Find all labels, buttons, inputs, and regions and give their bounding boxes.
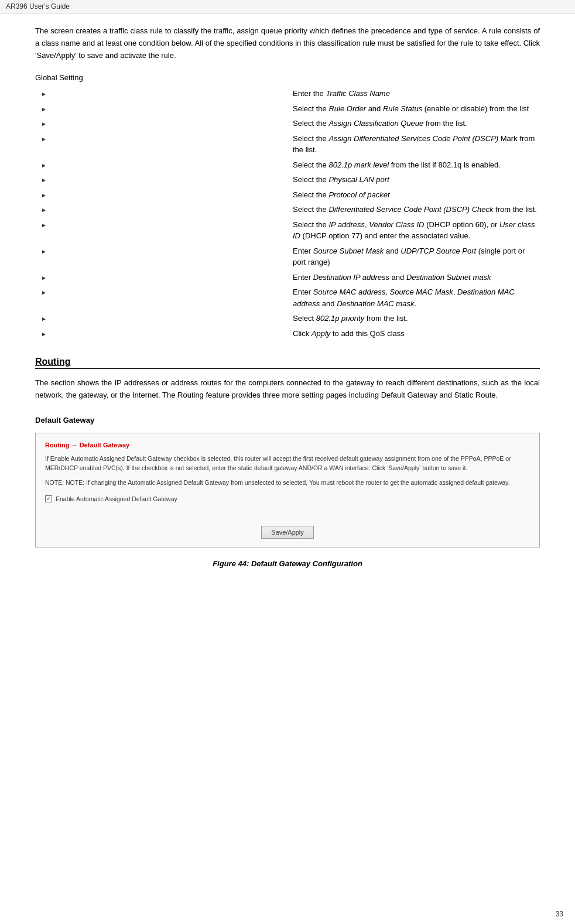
routing-description: The section shows the IP addresses or ad… xyxy=(35,377,540,402)
list-item-text: Select the IP address, Vendor Class ID (… xyxy=(293,219,540,242)
checkbox-visual[interactable]: ✓ xyxy=(45,495,52,502)
page-header: AR396 User's Guide xyxy=(0,0,575,13)
bullet-arrow: ► xyxy=(41,176,288,184)
list-item: ► Select the Assign Differentiated Servi… xyxy=(41,133,540,156)
screenshot-title: Routing → Default Gateway xyxy=(45,442,530,449)
list-item-italic: Rule Status xyxy=(383,104,422,113)
bullet-arrow: ► xyxy=(41,206,288,214)
list-item-text: Select the 802.1p mark level from the li… xyxy=(293,159,540,171)
bullet-arrow: ► xyxy=(41,105,288,114)
list-item-italic: Destination Subnet mask xyxy=(406,273,491,282)
bullet-arrow: ► xyxy=(41,288,288,297)
list-item-italic: Rule Order xyxy=(328,104,366,113)
list-item-italic: Source MAC address xyxy=(313,288,386,296)
list-item: ► Enter Destination IP address and Desti… xyxy=(41,272,540,283)
list-item-italic: Assign Differentiated Services Code Poin… xyxy=(328,134,498,143)
bullet-arrow: ► xyxy=(41,161,288,170)
list-item-text: Select 802.1p priority from the list. xyxy=(293,313,540,324)
screenshot-note-text: NOTE: NOTE: If changing the Automatic As… xyxy=(45,478,530,487)
list-item-italic: UDP/TCP Source Port xyxy=(401,247,476,255)
list-item-italic: Physical LAN port xyxy=(328,175,389,184)
note-prefix: NOTE: xyxy=(45,479,66,486)
checkbox-row: ✓ Enable Automatic Assigned Default Gate… xyxy=(45,495,530,502)
list-item-text: Select the Differentiated Service Code P… xyxy=(293,204,540,215)
list-item: ► Select the Physical LAN port xyxy=(41,174,540,186)
bullet-arrow: ► xyxy=(41,273,288,282)
list-item: ► Enter Source MAC address, Source MAC M… xyxy=(41,286,540,309)
header-title: AR396 User's Guide xyxy=(6,2,70,11)
list-item: ► Select the Assign Classification Queue… xyxy=(41,118,540,129)
bullet-arrow: ► xyxy=(41,221,288,230)
bullet-arrow: ► xyxy=(41,330,288,338)
list-item-italic: IP address xyxy=(328,220,365,229)
default-gateway-heading: Default Gateway xyxy=(35,416,540,425)
list-item-text: Select the Protocol of packet xyxy=(293,189,540,201)
note-content: NOTE: If changing the Automatic Assigned… xyxy=(66,479,510,486)
list-item-text: Enter Source Subnet Mask and UDP/TCP Sou… xyxy=(293,245,540,268)
list-item: ► Select 802.1p priority from the list. xyxy=(41,313,540,324)
bullet-arrow: ► xyxy=(41,314,288,323)
list-item-text: Click Apply to add this QoS class xyxy=(293,328,540,340)
list-item-italic: 802.1p priority xyxy=(316,314,364,323)
list-item-text: Enter Destination IP address and Destina… xyxy=(293,272,540,283)
save-apply-button[interactable]: Save/Apply xyxy=(261,526,314,539)
list-item: ► Select the Rule Order and Rule Status … xyxy=(41,103,540,115)
list-item-italic: Vendor Class ID xyxy=(369,220,424,229)
list-item-italic: Assign Classification Queue xyxy=(328,119,423,128)
page-number: 33 xyxy=(556,910,563,918)
list-item: ► Enter the Traffic Class Name xyxy=(41,88,540,100)
bullet-arrow: ► xyxy=(41,135,288,143)
list-item-text: Select the Assign Differentiated Service… xyxy=(293,133,540,156)
global-setting-heading: Global Setting xyxy=(35,73,540,82)
list-item-text: Select the Rule Order and Rule Status (e… xyxy=(293,103,540,115)
list-item-text: Enter the Traffic Class Name xyxy=(293,88,540,100)
list-item-text: Select the Assign Classification Queue f… xyxy=(293,118,540,129)
bullet-arrow: ► xyxy=(41,247,288,256)
checkbox-label: Enable Automatic Assigned Default Gatewa… xyxy=(56,495,177,502)
bullet-list: ► Enter the Traffic Class Name ► Select … xyxy=(41,88,540,339)
screenshot-footer: Save/Apply xyxy=(45,526,530,539)
list-item: ► Select the Differentiated Service Code… xyxy=(41,204,540,215)
list-item-italic: Source MAC Mask xyxy=(389,288,453,296)
screenshot-box: Routing → Default Gateway If Enable Auto… xyxy=(35,433,540,547)
page-container: AR396 User's Guide The screen creates a … xyxy=(0,0,575,924)
list-item-text: Select the Physical LAN port xyxy=(293,174,540,186)
list-item: ► Click Apply to add this QoS class xyxy=(41,328,540,340)
list-item-italic: Apply xyxy=(312,329,331,338)
bullet-arrow: ► xyxy=(41,90,288,98)
intro-paragraph: The screen creates a traffic class rule … xyxy=(35,25,540,61)
list-item: ► Enter Source Subnet Mask and UDP/TCP S… xyxy=(41,245,540,268)
list-item-italic: Protocol of packet xyxy=(328,190,389,199)
list-item-italic: Destination MAC mask xyxy=(337,299,414,308)
screenshot-body-text: If Enable Automatic Assigned Default Gat… xyxy=(45,454,530,473)
list-item-italic: Traffic Class Name xyxy=(326,89,390,98)
list-item: ► Select the IP address, Vendor Class ID… xyxy=(41,219,540,242)
list-item-italic: Source Subnet Mask xyxy=(313,247,384,255)
list-item: ► Select the 802.1p mark level from the … xyxy=(41,159,540,171)
list-item-italic: Destination IP address xyxy=(313,273,389,282)
bullet-arrow: ► xyxy=(41,191,288,200)
routing-section-heading: Routing xyxy=(35,357,540,369)
list-item: ► Select the Protocol of packet xyxy=(41,189,540,201)
list-item-text: Enter Source MAC address, Source MAC Mas… xyxy=(293,286,540,309)
list-item-italic: Differentiated Service Code Point (DSCP)… xyxy=(328,205,493,214)
list-item-italic: 802.1p mark level xyxy=(328,160,389,169)
bullet-arrow: ► xyxy=(41,119,288,128)
figure-caption: Figure 44: Default Gateway Configuration xyxy=(35,559,540,568)
content-area: The screen creates a traffic class rule … xyxy=(0,13,575,603)
